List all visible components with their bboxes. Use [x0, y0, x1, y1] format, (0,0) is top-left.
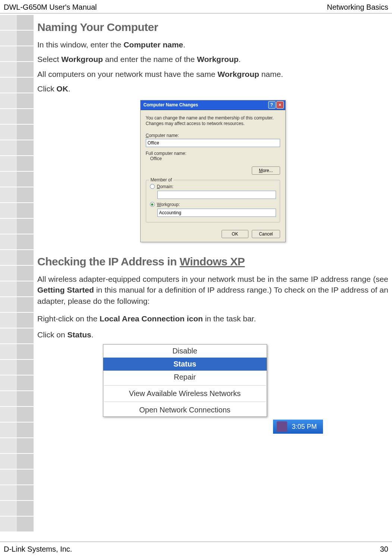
more-button[interactable]: More... [252, 166, 280, 175]
ok-button[interactable]: OK [222, 230, 248, 238]
computer-name-input[interactable] [146, 139, 280, 147]
computer-name-changes-dialog: Computer Name Changes ? × You can change… [140, 100, 286, 242]
domain-input[interactable] [157, 191, 276, 199]
computer-name-label: Computer name: [146, 133, 280, 138]
menu-item-repair[interactable]: Repair [103, 371, 267, 384]
menu-item-open-connections[interactable]: Open Network Connections [103, 403, 267, 417]
workgroup-label: Workgroup: [157, 202, 180, 207]
paragraph: In this window, enter the Computer name. [37, 39, 388, 50]
decorative-sidebar [0, 15, 34, 532]
dialog-titlebar[interactable]: Computer Name Changes ? × [141, 100, 285, 110]
footer-page-number: 30 [380, 545, 388, 554]
menu-separator [104, 385, 266, 386]
context-menu: Disable Status Repair View Available Wir… [103, 344, 267, 417]
workgroup-input[interactable] [157, 209, 276, 217]
paragraph: All computers on your network must have … [37, 69, 388, 80]
paragraph: Click OK. [37, 83, 388, 94]
paragraph: All wireless adapter-equipped computers … [37, 274, 388, 306]
domain-radio[interactable] [150, 184, 155, 189]
menu-item-view-networks[interactable]: View Available Wireless Networks [103, 387, 267, 400]
workgroup-radio[interactable] [150, 202, 155, 207]
taskbar-clock[interactable]: 3:05 PM [273, 420, 323, 434]
header-manual-title: DWL-G650M User's Manual [4, 3, 97, 12]
help-icon[interactable]: ? [268, 101, 276, 109]
full-computer-name-label: Full computer name: [146, 151, 280, 156]
dialog-description: You can change the name and the membersh… [146, 115, 280, 127]
section-title-ip: Checking the IP Address in Windows XP [37, 255, 388, 268]
footer-company: D-Link Systems, Inc. [4, 545, 72, 554]
menu-item-status[interactable]: Status [103, 358, 267, 371]
domain-label: Domain: [157, 184, 174, 189]
paragraph: Right-click on the Local Area Connection… [37, 313, 388, 324]
tray-icon[interactable] [277, 421, 287, 432]
member-of-label: Member of [149, 177, 173, 183]
paragraph: Click on Status. [37, 329, 388, 340]
section-title-naming: Naming Your Computer [37, 21, 388, 34]
paragraph: Select Workgroup and enter the name of t… [37, 54, 388, 65]
close-icon[interactable]: × [276, 101, 284, 109]
dialog-title: Computer Name Changes [144, 102, 198, 107]
full-computer-name-value: Office [146, 156, 280, 161]
cancel-button[interactable]: Cancel [252, 230, 280, 238]
header-chapter-title: Networking Basics [327, 3, 388, 12]
member-of-group: Member of Domain: Workgroup: [146, 180, 280, 222]
menu-item-disable[interactable]: Disable [103, 345, 267, 358]
menu-separator [104, 402, 266, 402]
